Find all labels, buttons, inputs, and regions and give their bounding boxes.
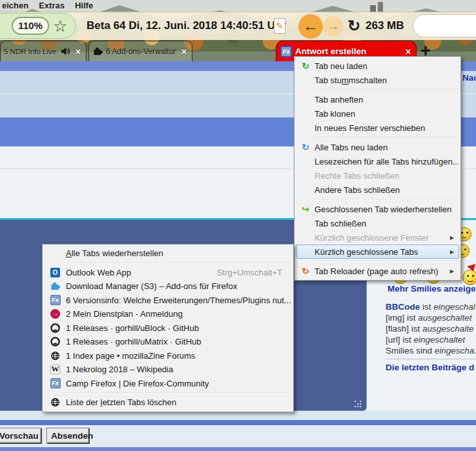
menu-item-k-rzlich-geschlossene-fenster[interactable]: Kürzlich geschlossene Fenster▶	[296, 230, 459, 245]
menu-item-label: In neues Fenster verschieben	[315, 123, 459, 133]
menu-item-label: Tab schließen	[315, 219, 459, 228]
menu-item-tab-schlie-en[interactable]: Tab schließen	[296, 216, 459, 230]
outlook-icon: O	[45, 268, 66, 277]
menu-item-tab-reloader-page-auto-refresh[interactable]: ↻Tab Reloader (page auto refresh)▶	[296, 264, 459, 278]
menu-item-alle-tabs-neu-laden[interactable]: ↻Alle Tabs neu laden	[296, 140, 459, 154]
menu-item-rechte-tabs-schlie-en[interactable]: Rechte Tabs schließen	[296, 168, 459, 183]
footer-blue-bar	[0, 420, 476, 425]
menu-item-label: 2 Mein Dienstplan - Anmeldung	[66, 309, 291, 319]
menu-item-1-releases-gorhill-ublock-github[interactable]: 1 Releases · gorhill/uBlock · GitHub	[44, 321, 292, 336]
bbcode-status-line: [img] ist ausgeschaltet	[386, 312, 476, 323]
menu-item-mschalten[interactable]: Tab stummschalten	[296, 73, 459, 87]
menu-item-label: Tab klonen	[315, 109, 459, 119]
menubar: eichen Extras Hilfe	[0, 0, 476, 12]
menu-item-label: Kürzlich geschlossene Fenster	[315, 233, 450, 243]
menu-item-label: Outlook Web App	[66, 268, 217, 277]
github-icon	[45, 337, 66, 346]
submenu-arrow-icon: ▶	[450, 235, 459, 241]
reload-button[interactable]: ↻	[346, 13, 362, 39]
menu-item-label: Tab anheften	[315, 95, 459, 105]
menu-item-2-mein-dienstplan-anmeldung[interactable]: →2 Mein Dienstplan - Anmeldung	[44, 307, 292, 321]
fx-icon: Fx	[45, 378, 66, 388]
menu-item-label: Liste der letzten Tabs löschen	[66, 397, 291, 407]
menu-item-outlook-web-app[interactable]: OOutlook Web AppStrg+Umschalt+T	[44, 266, 292, 280]
menu-item-label: 1 Releases · gorhill/uBlock · GitHub	[66, 323, 291, 333]
more-smilies-link[interactable]: Mehr Smilies anzeige	[388, 284, 476, 294]
search-input[interactable]	[413, 14, 476, 37]
note-pencil-icon[interactable]: ✎	[274, 18, 285, 34]
menu-item-shortcut: Strg+Umschalt+T	[217, 268, 291, 277]
menu-item-6-versionsinfo-welche-erweiterungen-them[interactable]: Fx6 Versionsinfo: Welche Erweiterungen/T…	[44, 294, 292, 308]
last-posts-link[interactable]: Die letzten Beiträge d	[386, 363, 474, 372]
menu-item-1-nekrolog-2018-wikipedia[interactable]: W1 Nekrolog 2018 – Wikipedia	[44, 363, 292, 377]
menu-item-andere-tabs-schlie-en[interactable]: Andere Tabs schließen	[296, 183, 459, 197]
github-icon	[45, 323, 66, 333]
menu-item-lesezeichen-f-r-alle-tabs-hinzuf-gen[interactable]: Lesezeichen für alle Tabs hinzufügen...	[296, 154, 459, 168]
tab-6-add-ons-verwaltung[interactable]: 6 Add-ons-Verwaltung×	[88, 41, 192, 61]
menu-item-k-rzlich-geschlossene-tabs[interactable]: Kürzlich geschlossene Tabs▶	[296, 245, 459, 259]
menu-item-label: Download Manager (S3) – Add-ons für Fire…	[66, 281, 291, 291]
menu-item-lle-tabs-wiederherstellen[interactable]: Alle Tabs wiederherstellen	[44, 246, 292, 261]
menu-item-1-releases-gorhill-umatrix-github[interactable]: 1 Releases · gorhill/uMatrix · GitHub	[44, 335, 292, 349]
menu-separator	[295, 259, 460, 264]
menu-separator	[43, 390, 293, 396]
redirect-icon: →	[45, 309, 66, 319]
menu-item-label: Andere Tabs schließen	[315, 185, 459, 195]
reload-all-tabs-icon: ↻	[296, 143, 315, 152]
menu-item-label: Alle Tabs neu laden	[315, 143, 459, 152]
tab-close-icon[interactable]: ×	[400, 46, 416, 57]
menu-item-tab-anheften[interactable]: Tab anheften	[296, 92, 459, 106]
tab-title: Antwort erstellen	[292, 46, 400, 56]
preview-button[interactable]: Vorschau	[0, 428, 41, 443]
menu-item-tab-klonen[interactable]: Tab klonen	[296, 106, 459, 121]
bbcode-status-line: Smilies sind eingescha.	[386, 345, 476, 356]
menu-separator	[295, 87, 460, 92]
menu-item-geschlossenen-tab-wiederherstellen[interactable]: ↪Geschlossenen Tab wiederherstellen	[296, 202, 459, 216]
menu-separator	[295, 135, 460, 140]
tab-close-icon[interactable]: ×	[70, 46, 86, 57]
bbcode-status-line: [flash] ist ausgeschalte	[386, 323, 476, 334]
menu-item-label: Rechte Tabs schließen	[315, 171, 459, 181]
panel-divider	[386, 359, 476, 359]
resize-grip-icon[interactable]	[355, 401, 356, 402]
recently-closed-tabs-submenu: Alle Tabs wiederherstellenOOutlook Web A…	[42, 244, 294, 412]
menu-lesezeichen[interactable]: eichen	[2, 1, 28, 12]
tab-title: 5 NDR Info Livestream | ND	[1, 48, 57, 55]
bookmark-star-icon[interactable]: ☆	[53, 14, 67, 37]
submenu-arrow-icon: ▶	[450, 268, 459, 274]
menu-item-label: Tab stummschalten	[315, 75, 459, 85]
menu-hilfe[interactable]: Hilfe	[75, 1, 93, 12]
globe-icon	[45, 351, 66, 361]
clock-status-text: Beta 64 Di, 12. Juni. 2018 14:40:51 Uhr	[87, 12, 286, 40]
menu-item-download-manager-s3-add-ons-f-r-firefox[interactable]: Download Manager (S3) – Add-ons für Fire…	[44, 279, 292, 294]
fx-tab-icon: Fx	[280, 46, 292, 57]
menu-item-label: 1 Nekrolog 2018 – Wikipedia	[66, 365, 291, 374]
menu-item-label: Kürzlich geschlossene Tabs	[315, 247, 450, 257]
bbcode-status-line: BBCode ist eingeschal	[386, 301, 476, 312]
santa-smiley-icon[interactable]	[462, 270, 476, 285]
tab-5-ndr-info-livestream-nd[interactable]: 5 NDR Info Livestream | ND×	[0, 41, 87, 61]
menu-item-tab-neu-laden[interactable]: ↻Tab neu laden	[296, 59, 459, 73]
tab-close-icon[interactable]: ×	[176, 46, 192, 57]
tab-title: 6 Add-ons-Verwaltung	[103, 47, 176, 56]
back-button[interactable]: ←	[298, 14, 323, 39]
bbcode-status-list: BBCode ist eingeschal[img] ist ausgescha…	[386, 301, 476, 356]
menu-separator	[295, 197, 460, 202]
menu-item-label: Tab neu laden	[315, 61, 459, 71]
menu-separator	[43, 261, 293, 266]
zoom-level-button[interactable]: 110%	[12, 17, 49, 35]
menu-item-camp-firefox-die-firefox-community[interactable]: FxCamp Firefox | Die Firefox-Community	[44, 377, 292, 391]
restore-tab-icon: ↪	[296, 205, 315, 214]
submit-button[interactable]: Absenden	[47, 428, 89, 443]
menu-item-label: 1 Releases · gorhill/uMatrix · GitHub	[66, 337, 291, 346]
menu-item-in-neues-fenster-verschieben[interactable]: In neues Fenster verschieben	[296, 121, 459, 135]
menu-extras[interactable]: Extras	[39, 1, 65, 12]
puzzle-icon-dark	[93, 46, 103, 56]
menu-item-1-index-page-mozillazine-forums[interactable]: 1 Index page • mozillaZine Forums	[44, 349, 292, 363]
bbcode-status-line: [url] ist eingeschaltet	[386, 334, 476, 345]
browser-window: eichen Extras Hilfe 110% ☆ Beta 64 Di, 1…	[0, 0, 476, 451]
globe-icon	[45, 397, 66, 407]
menu-item-etzten-tabs-l-schen[interactable]: Liste der letzten Tabs löschen	[44, 396, 292, 410]
forward-button[interactable]: →	[323, 16, 344, 37]
nav-link[interactable]: Nac	[462, 73, 476, 83]
